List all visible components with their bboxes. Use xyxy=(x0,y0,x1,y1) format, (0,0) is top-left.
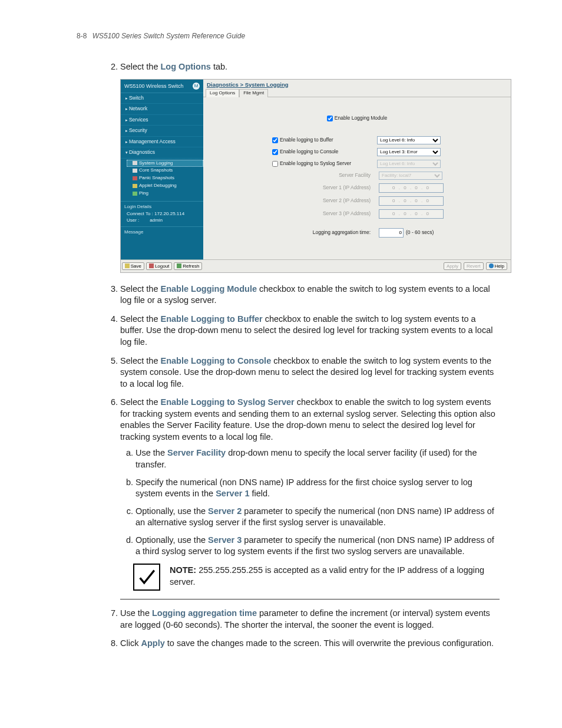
enable-console-checkbox[interactable] xyxy=(272,149,278,155)
bold-enable-module: Enable Logging Module xyxy=(161,284,257,294)
page-header: 8-8 WS5100 Series Switch System Referenc… xyxy=(77,32,500,40)
connect-ip: 172.20.25.114 xyxy=(154,211,184,216)
enable-logging-module-checkbox[interactable] xyxy=(327,116,333,121)
step-6d: Optionally, use the Server 3 parameter t… xyxy=(135,535,500,558)
revert-button[interactable]: Revert xyxy=(464,262,484,270)
logout-icon xyxy=(149,263,154,268)
nav-diagnostics[interactable]: Diagnostics xyxy=(121,147,203,158)
step-7: Use the Logging aggregation time paramet… xyxy=(120,608,500,631)
bold-server-facility: Server Facility xyxy=(167,448,226,457)
enable-buffer-checkbox[interactable] xyxy=(272,137,278,143)
step-4: Select the Enable Logging to Buffer chec… xyxy=(120,314,500,348)
checkmark-icon xyxy=(133,564,160,591)
bold-aggregation: Logging aggregation time xyxy=(152,608,257,618)
diagnostics-tree: System Logging Core Snapshots Panic Snap… xyxy=(121,159,203,201)
enable-console-label: Enable logging to Console xyxy=(272,149,338,154)
bold-log-options: Log Options xyxy=(161,62,211,71)
tree-core-snapshots[interactable]: Core Snapshots xyxy=(127,167,203,174)
server3-label: Server 3 (IP Address) xyxy=(270,210,374,217)
step-6b: Specify the numerical (non DNS name) IP … xyxy=(135,477,500,500)
bold-server1: Server 1 xyxy=(216,489,249,498)
doc-title: WS5100 Series Switch System Reference Gu… xyxy=(92,32,245,40)
bold-enable-buffer: Enable Logging to Buffer xyxy=(161,314,263,324)
step-6a: Use the Server Facility drop-down menu t… xyxy=(135,447,500,470)
step-8: Click Apply to save the changes made to … xyxy=(120,638,500,650)
aggregation-time-input[interactable] xyxy=(379,228,404,238)
buffer-loglevel-select[interactable]: Log Level 6: Info xyxy=(377,136,441,144)
page-number: 8-8 xyxy=(77,32,87,40)
bold-enable-console: Enable Logging to Console xyxy=(161,356,272,365)
tree-applet-debugging[interactable]: Applet Debugging xyxy=(127,182,203,190)
nav-network[interactable]: Network xyxy=(121,104,203,114)
note-block: NOTE: 255.255.255.255 is accepted as a v… xyxy=(120,564,500,599)
nav-services[interactable]: Services xyxy=(121,115,203,126)
breadcrumb: Diagnostics > System Logging xyxy=(203,80,511,89)
main-panel: Diagnostics > System Logging Log Options… xyxy=(203,80,511,272)
refresh-button[interactable]: Refresh xyxy=(174,262,202,270)
server2-ip-input[interactable] xyxy=(379,196,444,206)
bold-apply: Apply xyxy=(141,638,164,648)
login-details-title: Login Details xyxy=(124,204,200,210)
server1-label: Server 1 (IP Address) xyxy=(270,185,374,191)
step-6: Select the Enable Logging to Syslog Serv… xyxy=(120,397,500,599)
nav-switch[interactable]: Switch xyxy=(121,93,203,104)
aggregation-hint: (0 - 60 secs) xyxy=(406,229,434,236)
bold-server3: Server 3 xyxy=(208,535,242,545)
tree-system-logging[interactable]: System Logging xyxy=(127,160,203,167)
save-button[interactable]: Save xyxy=(122,262,144,270)
aggregation-label: Logging aggregation time: xyxy=(270,229,374,236)
page-icon xyxy=(133,169,137,173)
enable-logging-module-label: Enable Logging Module xyxy=(327,115,387,121)
bug-icon xyxy=(133,184,137,188)
alert-icon xyxy=(133,176,137,180)
syslog-loglevel-select[interactable]: Log Level 6: Info xyxy=(377,160,441,168)
ping-icon xyxy=(133,192,137,196)
message-title: Message xyxy=(124,229,200,236)
tab-file-mgmt[interactable]: File Mgmt xyxy=(239,89,268,97)
bold-server2: Server 2 xyxy=(208,506,242,516)
note-label: NOTE: xyxy=(170,565,196,575)
step-5: Select the Enable Logging to Console che… xyxy=(120,355,500,390)
tab-bar: Log Options File Mgmt xyxy=(203,88,511,97)
bold-enable-syslog: Enable Logging to Syslog Server xyxy=(161,397,295,407)
logout-button[interactable]: Logout xyxy=(146,262,172,270)
tree-ping[interactable]: Ping xyxy=(127,190,203,197)
enable-buffer-label: Enable logging to Buffer xyxy=(272,137,333,143)
enable-syslog-label: Enable logging to Syslog Server xyxy=(272,160,351,166)
login-user: admin xyxy=(150,218,163,223)
step-6c: Optionally, use the Server 2 parameter t… xyxy=(135,506,500,529)
console-loglevel-select[interactable]: Log Level 3: Error xyxy=(377,148,441,156)
motorola-logo-icon: M xyxy=(193,83,200,90)
footer-button-bar: Apply Revert Help xyxy=(203,259,511,272)
screenshot: WS5100 Wireless Switch M Switch Network … xyxy=(120,79,511,273)
login-details-panel: Login Details Connect To : 172.20.25.114… xyxy=(121,201,203,226)
step-3: Select the Enable Logging Module checkbo… xyxy=(120,284,500,307)
save-icon xyxy=(125,263,130,268)
server1-ip-input[interactable] xyxy=(379,183,444,193)
step-2: Select the Log Options tab. WS5100 Wirel… xyxy=(120,61,500,273)
nav-security[interactable]: Security xyxy=(121,126,203,136)
apply-button[interactable]: Apply xyxy=(444,262,461,270)
server-facility-label: Server Facility xyxy=(270,172,374,179)
sidebar-button-row: Save Logout Refresh xyxy=(121,259,203,272)
server-facility-select[interactable]: Facility: local7 xyxy=(379,172,442,180)
brand-label: WS5100 Wireless Switch xyxy=(124,83,184,90)
server2-label: Server 2 (IP Address) xyxy=(270,197,374,204)
message-panel: Message xyxy=(121,226,203,259)
page-icon xyxy=(133,161,137,165)
refresh-icon xyxy=(177,263,181,268)
server3-ip-input[interactable] xyxy=(379,209,444,219)
enable-syslog-checkbox[interactable] xyxy=(272,161,278,167)
help-button[interactable]: Help xyxy=(486,262,507,270)
tab-log-options[interactable]: Log Options xyxy=(206,89,239,97)
note-text: 255.255.255.255 is accepted as a valid e… xyxy=(170,565,484,587)
sidebar: WS5100 Wireless Switch M Switch Network … xyxy=(121,80,203,272)
nav-management-access[interactable]: Management Access xyxy=(121,137,203,147)
tree-panic-snapshots[interactable]: Panic Snapshots xyxy=(127,174,203,182)
help-icon xyxy=(489,263,494,268)
brand-bar: WS5100 Wireless Switch M xyxy=(121,80,203,93)
